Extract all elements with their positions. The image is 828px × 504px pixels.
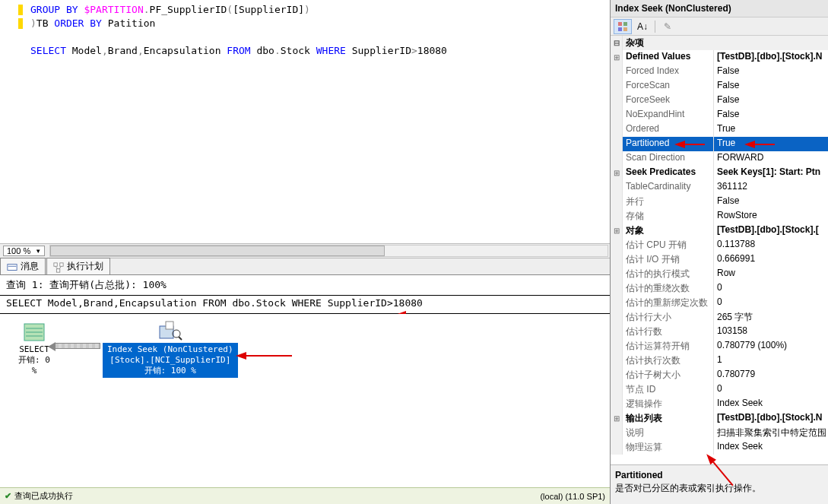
categorized-button[interactable] (614, 19, 632, 34)
expand-icon[interactable] (611, 325, 623, 339)
property-value: False (714, 195, 828, 209)
expand-icon[interactable] (611, 353, 623, 368)
property-row[interactable]: 逻辑操作Index Seek (611, 397, 828, 411)
expand-icon[interactable] (611, 310, 623, 325)
svg-rect-15 (618, 22, 622, 26)
property-row[interactable]: 存储RowStore (611, 209, 828, 223)
plan-cost-line: 查询 1: 查询开销(占总批): 100% (0, 275, 610, 296)
property-row[interactable]: ⊞输出列表[TestDB].[dbo].[Stock].N (611, 411, 828, 426)
property-row[interactable]: 估计的重绕次数0 (611, 281, 828, 296)
property-row[interactable]: TableCardinality361112 (611, 180, 828, 195)
expand-icon[interactable] (611, 426, 623, 440)
plan-icon (53, 262, 64, 271)
property-row[interactable]: 估计子树大小0.780779 (611, 368, 828, 382)
property-row[interactable]: ⊞Defined Values[TestDB].[dbo].[Stock].N (611, 50, 828, 65)
property-value: False (714, 94, 828, 108)
property-value: [TestDB].[dbo].[Stock].N (714, 411, 828, 426)
property-row[interactable]: ⊟杂项 (611, 36, 828, 50)
plan-flow-pipe (55, 343, 100, 349)
property-name: 估计的重新绑定次数 (623, 296, 714, 310)
expand-icon[interactable] (611, 339, 623, 353)
expand-icon[interactable] (611, 195, 623, 209)
property-row[interactable]: ⊞Seek PredicatesSeek Keys[1]: Start: Ptn (611, 166, 828, 180)
property-row[interactable]: 估计 I/O 开销0.666991 (611, 252, 828, 267)
property-row[interactable]: Scan DirectionFORWARD (611, 151, 828, 166)
property-row[interactable]: OrderedTrue (611, 122, 828, 137)
sql-editor[interactable]: GROUP BY $PARTITION.PF_SupplierID([Suppl… (0, 0, 610, 243)
property-row[interactable]: Forced IndexFalse (611, 65, 828, 79)
expand-icon[interactable] (611, 397, 623, 411)
property-name: 估计执行次数 (623, 353, 714, 368)
expand-icon[interactable] (611, 151, 623, 166)
plan-node-index-seek[interactable]: Index Seek (NonClustered) [Stock].[NCI_S… (103, 320, 238, 378)
property-row[interactable]: 说明扫描非聚集索引中特定范围 (611, 426, 828, 440)
tab-messages-label: 消息 (21, 260, 39, 273)
expand-icon[interactable]: ⊞ (611, 411, 623, 426)
property-row[interactable]: 节点 ID0 (611, 382, 828, 397)
property-name: 估计行大小 (623, 310, 714, 325)
expand-icon[interactable] (611, 94, 623, 108)
expand-icon[interactable] (611, 296, 623, 310)
property-value: Index Seek (714, 440, 828, 455)
expand-icon[interactable] (611, 252, 623, 267)
zoom-dropdown[interactable]: 100 % ▼ (3, 246, 45, 256)
property-value: 0.666991 (714, 252, 828, 267)
property-row[interactable]: 估计 CPU 开销0.113788 (611, 238, 828, 252)
properties-toolbar: A↓ ✎ (611, 17, 828, 36)
expand-icon[interactable]: ⊞ (611, 50, 623, 65)
property-row[interactable]: ForceScanFalse (611, 79, 828, 94)
tab-messages[interactable]: 消息 (0, 258, 46, 274)
alphabetical-button[interactable]: A↓ (633, 19, 652, 34)
svg-rect-18 (623, 27, 627, 31)
editor-hscroll[interactable] (49, 245, 608, 257)
expand-icon[interactable] (611, 267, 623, 281)
properties-description: Partitioned 是否对已分区的表或索引执行操作。 (611, 464, 828, 504)
desc-text: 是否对已分区的表或索引执行操作。 (615, 482, 823, 495)
property-row[interactable]: 估计的执行模式Row (611, 267, 828, 281)
seek-line1: Index Seek (NonClustered) (107, 344, 233, 355)
property-name: Partitioned (623, 137, 714, 151)
expand-icon[interactable]: ⊞ (611, 223, 623, 238)
expand-icon[interactable] (611, 238, 623, 252)
expand-icon[interactable] (611, 368, 623, 382)
property-row[interactable]: 估计运算符开销0.780779 (100%) (611, 339, 828, 353)
expand-icon[interactable] (611, 440, 623, 455)
property-row[interactable]: 估计的重新绑定次数0 (611, 296, 828, 310)
expand-icon[interactable] (611, 122, 623, 137)
property-row[interactable]: 并行False (611, 195, 828, 209)
expand-icon[interactable] (611, 382, 623, 397)
editor-footer: 100 % ▼ (0, 243, 610, 258)
expand-icon[interactable] (611, 79, 623, 94)
properties-tool-button[interactable]: ✎ (658, 19, 677, 34)
property-row[interactable]: 估计执行次数1 (611, 353, 828, 368)
expand-icon[interactable]: ⊞ (611, 166, 623, 180)
plan-canvas[interactable]: SELECT 开销: 0 % Index Seek (NonClustered)… (0, 314, 610, 487)
property-row[interactable]: ⊞对象[TestDB].[dbo].[Stock].[ (611, 223, 828, 238)
property-row[interactable]: PartitionedTrue (611, 137, 828, 151)
expand-icon[interactable] (611, 137, 623, 151)
property-row[interactable]: 估计行数103158 (611, 325, 828, 339)
property-row[interactable]: NoExpandHintFalse (611, 108, 828, 122)
property-name: 节点 ID (623, 382, 714, 397)
properties-grid[interactable]: ⊟杂项⊞Defined Values[TestDB].[dbo].[Stock]… (611, 36, 828, 464)
svg-line-5 (56, 266, 59, 269)
expand-icon[interactable] (611, 108, 623, 122)
code-line: SELECT Model,Brand,Encapsulation FROM db… (30, 44, 604, 58)
check-icon: ✔ (5, 491, 11, 500)
property-value: True (714, 137, 828, 151)
expand-icon[interactable] (611, 180, 623, 195)
svg-rect-16 (623, 22, 627, 26)
expand-icon[interactable] (611, 209, 623, 223)
expand-icon[interactable]: ⊟ (611, 36, 623, 50)
property-row[interactable]: 估计行大小265 字节 (611, 310, 828, 325)
property-row[interactable]: ForceSeekFalse (611, 94, 828, 108)
expand-icon[interactable] (611, 65, 623, 79)
tab-execution-plan[interactable]: 执行计划 (46, 258, 110, 274)
property-name: 杂项 (623, 36, 714, 50)
svg-rect-4 (56, 268, 59, 271)
annotation-arrow (744, 141, 775, 148)
property-name: 逻辑操作 (623, 397, 714, 411)
property-name: 输出列表 (623, 411, 714, 426)
property-row[interactable]: 物理运算Index Seek (611, 440, 828, 455)
expand-icon[interactable] (611, 281, 623, 296)
